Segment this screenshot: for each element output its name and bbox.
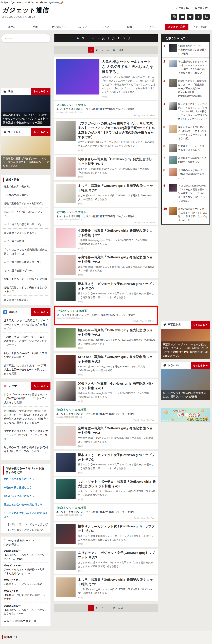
article-card[interactable]: 榎本りょう―ガジェット女子(GetNews girl)トップフォト その5 榎本… — [54, 280, 158, 305]
ranking-text[interactable]: 柴犬が骨ガムを受け取ろうとした結果→「ナイスキャッチからのうっかり」「まさかの縦… — [178, 125, 208, 140]
otajo-more-button[interactable]: もっとみる▶ — [31, 382, 50, 390]
schedule-item[interactable]: 9/19(木)18:30〜 アール・せんとす・総師範KSK出演『まだ走りたい』 … — [3, 562, 48, 577]
akiba-title[interactable]: 秋葉原制覇 — [168, 323, 181, 326]
article-title[interactable]: 榎本りょう―ガジェット女子(GetNews girl)トップフォト その1 — [78, 524, 156, 533]
facebook-icon[interactable] — [195, 14, 202, 20]
related-site-card[interactable]: cureco 読みやすいまとめサイト『cureco』 — [172, 643, 210, 644]
article-thumbnail[interactable] — [56, 228, 76, 248]
schedule-show[interactable]: 人狼最大トーナメントseason5 #8 — [4, 582, 48, 586]
article-card[interactable]: 関根ささら―写真集『GetNews girl』発売記念 別ショット特集 その2 … — [54, 155, 158, 180]
schedule-item[interactable]: 9/18(水)23:00〜 【高槻かなこ、八島さらら】『かなことさらら』 #11… — [3, 548, 48, 562]
schedule-show[interactable]: アール・せんとす・総師範KSK出演『まだ走りたい』 #144 — [4, 568, 48, 575]
article-title[interactable]: 関根ささら―写真集『GetNews girl』発売記念 別ショット特集 その2 — [78, 157, 156, 166]
pagination-page[interactable]: ... — [105, 605, 111, 611]
nav-item[interactable]: デジタル・IT — [47, 24, 71, 30]
article-card[interactable]: ありすチャン―ガジェット女子(GetNews girl)トップフォト その5 あ… — [54, 549, 158, 574]
otajo-title[interactable]: オタ女 — [8, 384, 17, 388]
pagination-page[interactable]: 16 — [111, 605, 117, 611]
rensai-jp-title[interactable]: 連載.jp — [8, 310, 17, 314]
article-thumbnail[interactable] — [56, 382, 76, 401]
series-link[interactable]: 連載「裏社会ライター・丸野裕行」 — [3, 199, 48, 208]
article-title[interactable]: マホ・ソット・ボーチェ―写真集『GetNews girl』発売記念 別ショット特… — [78, 480, 156, 488]
nav-item[interactable]: 動画 — [118, 24, 141, 30]
philosophy-link[interactable]: 本物を体験し体感しよう — [3, 483, 48, 492]
ranking-item[interactable]: 1 14年間無免許!カーディーラー勤務の営業マンが逮捕された理由 — [162, 42, 210, 58]
pagination-page[interactable]: 16 — [111, 47, 117, 52]
nav-item[interactable]: アキバ — [141, 24, 165, 30]
related-site-logo[interactable]: cureco — [172, 643, 210, 644]
related-site-logo[interactable]: モリタポータル — [45, 643, 83, 644]
movie-more-button[interactable]: もっとみる▶ — [31, 88, 50, 95]
ad-card[interactable]: 公式/ネッツトヨタ埼玉 ネッツトヨタ埼玉限定 オリジナル特別仕様車/WEB限定プ… — [54, 306, 158, 324]
related-site-card[interactable]: モゲラ クリエイターとプレイヤーのためのゲームコミュニティ『モゲラ』 — [87, 643, 125, 644]
series-link[interactable]: 連載「自由人のおたしなみ」(ノジーマ) — [3, 208, 48, 220]
ranking-item[interactable]: 9 ドコモが9月20日からの5Gプレサービス開始を発表 対応端末はソニーモバイル… — [162, 182, 210, 205]
philosophy-link[interactable]: 面白いものを探しにいこう — [3, 475, 48, 483]
article-title[interactable]: 【フラガールへの憧れから復興アイドル、そして東京へ】アップアップガールズ(2)高… — [78, 121, 156, 140]
philosophy-more-link[interactable]: [→ガジェ通についてもっと詳しく] — [3, 521, 48, 526]
article-thumbnail[interactable] — [56, 355, 76, 374]
ranking-text[interactable]: 超旨い低糖質ピザレシピ「豆腐ピザ」がネットで話題に 「体重が気になっても食べられ… — [178, 207, 208, 222]
ad-card[interactable]: 公式/ネッツトヨタ埼玉 ネッツトヨタ埼玉限定 オリジナル特別仕様車/WEB限定プ… — [54, 101, 158, 118]
distribute-article-button[interactable]: 記事を配信 — [195, 7, 209, 10]
article-card[interactable]: 空野青空―写真集『GetNews girl』発売記念 別ショット特集 その2 空… — [54, 424, 158, 449]
ranking-item[interactable]: 3 動物たちの笑える瞬間を撮影しました 「野生動物ユーモア写真大賞(The Co… — [162, 77, 210, 100]
article-card[interactable]: SHO-NO―写真集『GetNews girl』発売記念 別ショット特集 その2… — [54, 353, 158, 378]
article-title[interactable]: ましろ―写真集『GetNews girl』発売記念 別ショット特集 その2 — [78, 184, 156, 193]
article-thumbnail[interactable] — [56, 255, 76, 274]
article-thumbnail[interactable] — [56, 524, 76, 544]
related-site-logo[interactable]: コッソリアンケート — [129, 643, 167, 644]
article-title[interactable]: 榎本りょう―ガジェット女子(GetNews girl)トップフォト その5 — [78, 282, 156, 291]
pagination-page[interactable]: ... — [105, 47, 111, 52]
article-title[interactable]: 空野青空―写真集『GetNews girl』発売記念 別ショット特集 その2 — [78, 426, 156, 435]
ad-sponsor-link[interactable]: 公式/ネッツトヨタ埼玉 — [56, 103, 155, 107]
article-card[interactable]: 【フラガールへの憧れから復興アイドル、そして東京へ】アップアップガールズ(2)高… — [54, 119, 158, 154]
youtube-icon[interactable] — [179, 14, 186, 20]
article-thumbnail[interactable] — [56, 282, 76, 301]
pagination-page[interactable]: 2 — [94, 605, 100, 611]
travel-more-button[interactable]: もっとみる▶ — [191, 362, 210, 370]
ranking-text[interactable]: 学生証が楽しすぎるミシガン州のノース・ファーミントン高校 こんな学生証は卒業後も… — [178, 60, 208, 75]
article-card[interactable]: 楠ほのか―写真集『GetNews girl』発売記念 別ショット特集 その2 楠… — [54, 326, 158, 351]
article-card[interactable]: 人魚の様なセクシー&キュートさ!人気グラドル・天木じゅんを撮り下ろし 人気グラビ… — [54, 57, 158, 100]
akiba-featured-caption[interactable]: 秋葉原でブルーボトルコーヒーが飲める!マーチエキュート神田万世橋『BLUE BO… — [161, 342, 210, 359]
schedule-show[interactable]: 【高槻かなこ、八島さらら】『かなことさらら』 #116 — [4, 608, 48, 616]
article-card[interactable]: ましろ―写真集『GetNews girl』発売記念 別ショット特集 その1 まし… — [54, 576, 158, 601]
live-all-link[interactable]: →ガジェ通制作生放送一覧 — [3, 618, 48, 625]
series-link[interactable]: ガジェ通「フォトレビュー」 — [3, 228, 48, 237]
article-title[interactable]: ありすチャン―ガジェット女子(GetNews girl)トップフォト その5 — [78, 551, 156, 560]
ranking-item[interactable]: 7 高速料金が大幅割安になるETC乗り放題プラン — [162, 154, 210, 166]
photo-review-featured-caption[interactable]: 伊勢海老や玉露の和食ポテチ! コイケヤ「プライドポテト」本格食材シリーズを食べて… — [1, 156, 50, 169]
series-link[interactable]: ガジェ通「映画レビュー」 — [3, 266, 48, 275]
pagination-page[interactable]: 3 — [100, 47, 105, 52]
ranking-text[interactable]: 14年間無免許!カーディーラー勤務の営業マンが逮捕された理由 — [178, 44, 208, 56]
article-thumbnail[interactable] — [56, 551, 76, 570]
movie-featured-card[interactable]: 40年の時を経て、ふたたび。 幻の“惑星爆発シーン”を含む『ゾンビ-日本初公開復… — [1, 95, 50, 126]
ad-sponsor-link[interactable]: 公式/ネッツトヨタ埼玉 — [56, 210, 155, 214]
article-thumbnail[interactable] — [56, 480, 76, 499]
ad-card[interactable]: 公式/ネッツトヨタ埼玉 ネッツトヨタ埼玉限定 オリジナル特別仕様車/WEB限定プ… — [54, 406, 158, 423]
schedule-show[interactable]: 【高槻かなこ、八島さらら】『かなことさらら』 #115 — [4, 553, 48, 560]
ranking-text[interactable]: 動物たちの笑える瞬間を撮影しました 「野生動物ユーモア写真大賞(The Come… — [178, 79, 208, 98]
series-link[interactable]: ガジェ通「旅取材」 — [3, 237, 48, 246]
schedule-show[interactable]: 【第12回】ひげおやじの○○部屋【トーク番組】 — [4, 593, 48, 601]
rensai-jp-link[interactable]: 計算間違いにもほどがある 700万円以上の世界一高価なビールを飲んでしまった男性 — [3, 361, 48, 378]
nav-item[interactable]: ガジェット女子 — [165, 24, 189, 30]
instagram-icon[interactable] — [171, 14, 177, 20]
philosophy-link[interactable]: そしてそれをやわらかくみんなに伝えよう — [3, 509, 48, 521]
otajo-link[interactable]: 黒羽麻璃央 今年は“腹八分目”に「余力を残した、一生懸命だけではない感動の伝え方… — [3, 407, 48, 427]
article-title[interactable]: ましろ―写真集『GetNews girl』発売記念 別ショット特集 その1 — [78, 578, 156, 586]
travel-featured-card[interactable]: 知らんがな(笑) “個人的に世界遺産にしたい場所ランキング”が発表 — [161, 370, 210, 400]
article-title[interactable]: SHO-NO―写真集『GetNews girl』発売記念 別ショット特集 その2 — [78, 355, 156, 364]
article-title[interactable]: 楠ほのか―写真集『GetNews girl』発売記念 別ショット特集 その2 — [78, 328, 156, 337]
related-site-card[interactable]: VDC Vocal & Dance Collection ボーカルとダンスに焦点… — [2, 643, 40, 644]
pagination-page[interactable]: Next — [117, 47, 124, 52]
series-link[interactable]: ガジェ通「防水実体験シリーズ」 — [3, 258, 48, 266]
article-thumbnail[interactable] — [56, 328, 76, 348]
pagination-page[interactable]: 1 — [88, 47, 94, 52]
rensai-jp-more-button[interactable]: もっとみる▶ — [31, 308, 50, 316]
akiba-more-button[interactable]: もっとみる▶ — [191, 321, 210, 329]
series-link[interactable]: 特集「生き方・働き方」 — [3, 182, 48, 191]
related-site-logo[interactable]: VDC — [2, 643, 40, 644]
game-banner-ad[interactable]: スマホゲーム タラコたたき くわしくはこちら ©2019 Brazil.Ltd — [161, 408, 210, 422]
